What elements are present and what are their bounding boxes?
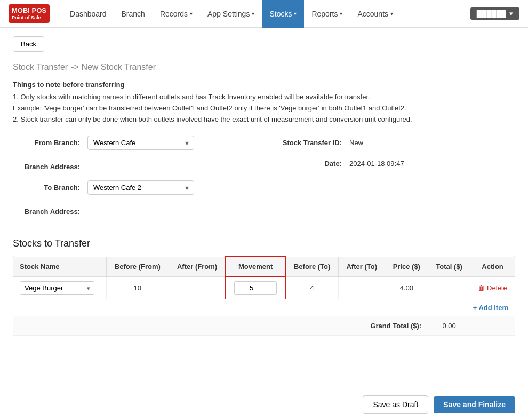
action-cell: 🗑 Delete [470, 276, 515, 299]
nav-item-reports[interactable]: Reports ▾ [304, 0, 350, 28]
date-value: 2024-01-18 09:47 [349, 156, 404, 168]
grand-total-row: Grand Total ($): 0.00 [13, 316, 515, 336]
user-menu[interactable]: ██████ ▾ [470, 7, 519, 20]
grand-total-label: Grand Total ($): [13, 316, 428, 336]
back-button[interactable]: Back [13, 36, 44, 52]
notice-line-3: 2. Stock transfer can only be done when … [13, 114, 515, 125]
add-item-cell: + Add Item [13, 299, 515, 316]
to-branch-address-label: Branch Address: [13, 204, 87, 216]
grand-total-value: 0.00 [428, 316, 470, 336]
records-caret-icon: ▾ [190, 11, 193, 17]
movement-input[interactable] [234, 281, 277, 295]
date-row: Date: 2024-01-18 09:47 [264, 156, 515, 168]
col-header-after-from: After (From) [169, 257, 226, 276]
to-branch-address-row: Branch Address: [13, 204, 264, 216]
col-header-movement: Movement [226, 257, 285, 276]
footer-bar: Save as Draft Save and Finalize [0, 389, 528, 420]
price-cell: 4.00 [385, 276, 428, 299]
nav-item-dashboard[interactable]: Dashboard [62, 0, 114, 28]
logo: MOBI POS Point of Sale [9, 4, 50, 22]
stock-name-select-wrap: Vege Burger [20, 281, 94, 295]
delete-button[interactable]: 🗑 Delete [478, 284, 507, 292]
page-title-main: Stock Transfer [13, 62, 68, 72]
total-cell [428, 276, 470, 299]
nav-item-branch[interactable]: Branch [114, 0, 153, 28]
notice-title: Things to note before transferring [13, 81, 515, 89]
col-header-price: Price ($) [385, 257, 428, 276]
add-item-row: + Add Item [13, 299, 515, 316]
branch-address-row: Branch Address: [13, 160, 264, 171]
form-right: Stock Transfer ID: New Date: 2024-01-18 … [264, 136, 515, 225]
from-branch-select[interactable]: Western Cafe [87, 136, 194, 150]
from-branch-label: From Branch: [13, 136, 87, 147]
stock-transfer-id-value: New [349, 136, 363, 147]
notice-box: Things to note before transferring 1. On… [13, 81, 515, 125]
add-item-button[interactable]: + Add Item [473, 304, 508, 312]
form-area: From Branch: Western Cafe Branch Address… [13, 136, 515, 225]
before-to-cell: 4 [285, 276, 338, 299]
nav-item-records[interactable]: Records ▾ [153, 0, 200, 28]
save-draft-button[interactable]: Save as Draft [363, 395, 428, 414]
accounts-caret-icon: ▾ [390, 11, 393, 17]
after-to-cell [339, 276, 385, 299]
to-branch-row: To Branch: Western Cafe 2 [13, 180, 264, 195]
stocks-table: Stock Name Before (From) After (From) Mo… [13, 256, 515, 336]
to-branch-select-wrap: Western Cafe 2 [87, 180, 194, 195]
before-from-cell: 10 [106, 276, 169, 299]
user-caret-icon: ▾ [509, 10, 513, 18]
movement-cell [226, 276, 285, 299]
col-header-before-to: Before (To) [285, 257, 338, 276]
page-title-sub: -> New Stock Transfer [71, 62, 156, 72]
delete-icon: 🗑 [478, 284, 485, 292]
page-title: Stock Transfer -> New Stock Transfer [13, 59, 515, 73]
navbar: MOBI POS Point of Sale Dashboard Branch … [0, 0, 528, 28]
col-header-before-from: Before (From) [106, 257, 169, 276]
to-branch-select[interactable]: Western Cafe 2 [87, 180, 194, 195]
stock-name-select[interactable]: Vege Burger [20, 281, 94, 295]
main-content: Back Stock Transfer -> New Stock Transfe… [0, 28, 528, 394]
stocks-table-wrap: Stock Name Before (From) After (From) Mo… [13, 256, 515, 336]
stock-name-cell: Vege Burger [13, 276, 106, 299]
col-header-total: Total ($) [428, 257, 470, 276]
nav-links: Dashboard Branch Records ▾ App Settings … [62, 0, 470, 28]
form-left: From Branch: Western Cafe Branch Address… [13, 136, 264, 225]
branch-address-label: Branch Address: [13, 160, 87, 171]
from-branch-select-wrap: Western Cafe [87, 136, 194, 150]
logo-icon: MOBI POS Point of Sale [9, 4, 50, 22]
user-label: ██████ [477, 10, 506, 18]
save-finalize-button[interactable]: Save and Finalize [434, 396, 515, 413]
section-title: Stocks to Transfer [13, 238, 515, 249]
after-from-cell [169, 276, 226, 299]
stock-transfer-id-row: Stock Transfer ID: New [264, 136, 515, 147]
to-branch-label: To Branch: [13, 180, 87, 192]
table-body: Vege Burger 10 4 4.00 🗑 [13, 276, 515, 336]
grand-total-action-cell [470, 316, 515, 336]
nav-item-stocks[interactable]: Stocks ▾ [262, 0, 304, 28]
nav-item-appsettings[interactable]: App Settings ▾ [200, 0, 262, 28]
nav-item-accounts[interactable]: Accounts ▾ [350, 0, 401, 28]
reports-caret-icon: ▾ [340, 11, 342, 17]
stocks-caret-icon: ▾ [294, 11, 297, 17]
col-header-action: Action [470, 257, 515, 276]
table-header: Stock Name Before (From) After (From) Mo… [13, 257, 515, 276]
col-header-after-to: After (To) [339, 257, 385, 276]
appsettings-caret-icon: ▾ [252, 11, 254, 17]
from-branch-row: From Branch: Western Cafe [13, 136, 264, 150]
table-row: Vege Burger 10 4 4.00 🗑 [13, 276, 515, 299]
notice-line-1: 1. Only stocks with matching names in di… [13, 92, 515, 103]
stock-transfer-id-label: Stock Transfer ID: [264, 136, 349, 147]
notice-line-2: Example: 'Vege burger' can be transferre… [13, 103, 515, 114]
date-label: Date: [264, 156, 349, 168]
col-header-stock-name: Stock Name [13, 257, 106, 276]
